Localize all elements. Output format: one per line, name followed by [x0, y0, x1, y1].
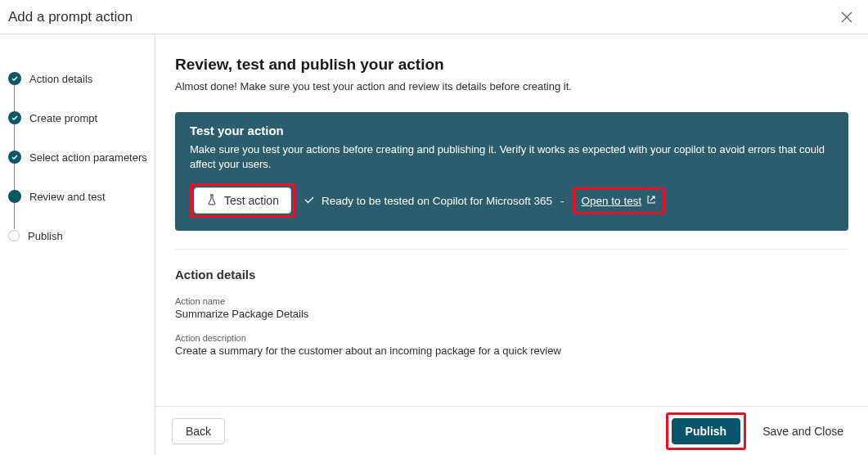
step-label: Create prompt [29, 112, 97, 124]
step-label: Publish [28, 230, 63, 242]
step-select-parameters[interactable]: Select action parameters [8, 137, 148, 177]
action-name-label: Action name [175, 296, 848, 306]
separator-text: - [560, 195, 564, 207]
checkmark-icon [8, 72, 21, 85]
close-icon[interactable] [839, 9, 855, 25]
step-action-details[interactable]: Action details [8, 59, 148, 98]
test-action-button[interactable]: Test action [194, 187, 291, 214]
checkmark-icon [8, 151, 21, 164]
test-panel-title: Test your action [190, 124, 834, 137]
action-description-label: Action description [175, 333, 848, 343]
step-create-prompt[interactable]: Create prompt [8, 98, 148, 137]
divider [175, 249, 848, 250]
action-description-value: Create a summary for the customer about … [175, 345, 848, 357]
open-to-test-link[interactable]: Open to test [577, 191, 662, 210]
ready-text: Ready to be tested on Copilot for Micros… [322, 195, 552, 207]
main-content: Review, test and publish your action Alm… [155, 34, 868, 406]
test-action-panel: Test your action Make sure you test your… [175, 112, 848, 231]
dialog-header: Add a prompt action [0, 0, 868, 34]
dialog-title: Add a prompt action [8, 9, 133, 25]
publish-button[interactable]: Publish [672, 418, 741, 444]
highlight-annotation: Open to test [573, 187, 666, 214]
wizard-steps: Action details Create prompt Select acti… [8, 59, 148, 255]
wizard-sidebar: Action details Create prompt Select acti… [0, 34, 155, 455]
step-label: Action details [29, 73, 92, 85]
step-review-test[interactable]: Review and test [8, 177, 148, 216]
action-details-title: Action details [175, 268, 848, 282]
step-label: Review and test [29, 191, 106, 203]
page-subtitle: Almost done! Make sure you test your act… [175, 80, 848, 92]
ready-status: Ready to be tested on Copilot for Micros… [304, 194, 552, 208]
step-pending-icon [8, 230, 20, 241]
main-panel: Review, test and publish your action Alm… [155, 34, 868, 455]
open-to-test-label: Open to test [582, 195, 642, 207]
action-name-value: Summarize Package Details [175, 308, 848, 320]
test-panel-actions: Test action Ready to be tested on Copilo… [190, 183, 834, 218]
dialog-body: Action details Create prompt Select acti… [0, 34, 868, 455]
step-publish[interactable]: Publish [8, 216, 148, 255]
test-panel-description: Make sure you test your actions before c… [190, 142, 834, 172]
checkmark-icon [8, 111, 21, 124]
highlight-annotation: Test action [190, 183, 295, 218]
footer-right: Publish Save and Close [666, 412, 852, 450]
checkmark-icon [304, 194, 315, 208]
open-external-icon [646, 195, 656, 207]
step-label: Select action parameters [29, 151, 147, 164]
back-button[interactable]: Back [172, 418, 225, 444]
test-action-label: Test action [224, 194, 279, 207]
highlight-annotation: Publish [666, 412, 747, 450]
beaker-icon [206, 194, 218, 208]
page-title: Review, test and publish your action [175, 56, 848, 74]
step-current-icon [8, 190, 21, 203]
dialog-footer: Back Publish Save and Close [155, 406, 868, 455]
save-and-close-button[interactable]: Save and Close [754, 418, 852, 444]
